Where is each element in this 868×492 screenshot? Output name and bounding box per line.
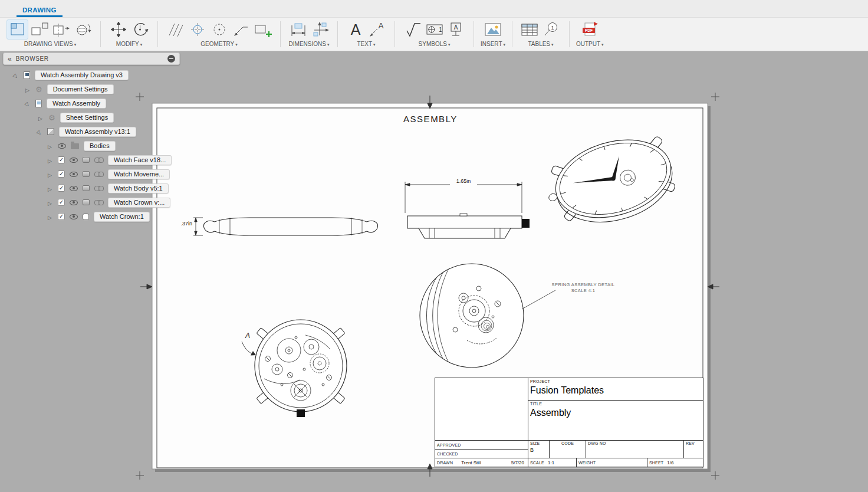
circle-button[interactable]: [208, 19, 230, 40]
browser-item-label[interactable]: Watch Assembly Drawing v3: [35, 70, 129, 80]
browser-row-watch-assembly[interactable]: Watch Assembly: [3, 98, 180, 109]
expand-open-icon[interactable]: [24, 99, 31, 108]
text-button[interactable]: A: [344, 19, 366, 40]
table-button[interactable]: [519, 19, 541, 40]
part-icon: [83, 214, 89, 220]
expand-open-icon[interactable]: [36, 127, 42, 136]
output-pdf-button[interactable]: PDF: [579, 19, 601, 40]
browser-row-watch-crown[interactable]: Watch Crown:1: [3, 211, 180, 222]
browser-item-label[interactable]: Bodies: [84, 141, 116, 151]
browser-item-label[interactable]: Watch Body v5:1: [108, 183, 169, 193]
expand-closed-icon[interactable]: [47, 155, 53, 165]
visibility-eye-icon[interactable]: [70, 214, 78, 219]
expand-closed-icon[interactable]: [47, 169, 53, 179]
checkbox-checked-icon[interactable]: [58, 156, 65, 163]
section-view-button[interactable]: [50, 19, 72, 40]
surface-texture-button[interactable]: [402, 19, 423, 40]
drawn-name: Trent Still: [461, 460, 481, 465]
center-mark-button[interactable]: [186, 19, 208, 40]
expand-closed-icon[interactable]: [24, 84, 31, 94]
tab-drawing[interactable]: DRAWING: [17, 3, 63, 17]
browser-row-document-settings[interactable]: Document Settings: [3, 84, 180, 94]
browser-row-assembly-component[interactable]: Watch Assembly v13:1: [3, 126, 180, 137]
detail-view-circle[interactable]: [420, 264, 524, 368]
detail-note-line2: SCALE 4:1: [571, 288, 596, 293]
toolbar-group-label[interactable]: OUTPUT: [576, 41, 604, 47]
sketch-button[interactable]: [252, 19, 274, 40]
expand-closed-icon[interactable]: [37, 113, 44, 122]
title-block-logo-area: [435, 378, 528, 440]
browser-item-label[interactable]: Sheet Settings: [60, 113, 114, 123]
base-view-button[interactable]: [6, 19, 28, 40]
checkbox-checked-icon[interactable]: [58, 213, 65, 220]
projected-view-icon: [29, 21, 50, 38]
browser-row-sheet-settings[interactable]: Sheet Settings: [3, 112, 180, 123]
detail-view-icon: [73, 21, 93, 38]
toolbar-separator: [569, 21, 570, 47]
dimension-button[interactable]: [287, 19, 309, 40]
centerline-button[interactable]: [165, 19, 186, 40]
projected-view-button[interactable]: [28, 19, 50, 40]
checkbox-checked-icon[interactable]: [58, 185, 65, 192]
leader-text-icon: A: [367, 21, 387, 38]
toolbar-group-label[interactable]: GEOMETRY: [200, 41, 238, 47]
expand-closed-icon[interactable]: [47, 198, 53, 207]
minimize-panel-icon[interactable]: [167, 55, 175, 63]
scale-value: 1:1: [548, 460, 554, 465]
ordinate-dimension-button[interactable]: [309, 19, 331, 40]
collapse-panel-icon[interactable]: «: [8, 55, 12, 63]
toolbar-group-tables: 1 TABLES: [515, 18, 567, 51]
toolbar-group-label[interactable]: MODIFY: [116, 41, 142, 47]
toolbar-group-label[interactable]: TEXT: [357, 41, 375, 47]
browser-header[interactable]: « BROWSER: [3, 53, 180, 65]
leader-text-button[interactable]: A: [366, 19, 388, 40]
checkbox-checked-icon[interactable]: [58, 170, 65, 178]
feature-control-frame-button[interactable]: A: [445, 19, 467, 40]
toolbar-group-label[interactable]: SYMBOLS: [419, 41, 451, 47]
browser-row-root[interactable]: Watch Assembly Drawing v3: [3, 70, 180, 80]
toolbar-group-text: A A TEXT: [340, 18, 392, 51]
toolbar-group-label[interactable]: INSERT: [481, 41, 505, 47]
gear-icon: [35, 86, 42, 93]
browser-row-watch-face[interactable]: Watch Face v18...: [3, 155, 180, 165]
detail-view-button[interactable]: [72, 19, 94, 40]
insert-image-button[interactable]: [482, 19, 504, 40]
feature-control-frame-icon: A: [446, 21, 466, 38]
browser-item-label[interactable]: Document Settings: [47, 84, 114, 94]
toolbar-group-label[interactable]: TABLES: [528, 41, 553, 47]
visibility-eye-icon[interactable]: [70, 158, 78, 163]
browser-item-label[interactable]: Watch Crown:1: [94, 212, 150, 222]
browser-item-label[interactable]: Watch Assembly: [47, 99, 106, 109]
browser-item-label[interactable]: Watch Crown v:...: [108, 198, 170, 208]
detail-callout-label: A: [245, 332, 250, 340]
visibility-eye-icon[interactable]: [58, 143, 66, 149]
expand-closed-icon[interactable]: [47, 212, 53, 221]
expand-open-icon[interactable]: [12, 70, 19, 80]
browser-item-label[interactable]: Watch Moveme...: [108, 169, 170, 179]
expand-closed-icon[interactable]: [47, 141, 53, 150]
visibility-eye-icon[interactable]: [70, 172, 78, 177]
browser-row-watch-crown-v[interactable]: Watch Crown v:...: [3, 197, 180, 208]
drawing-canvas[interactable]: ASSEMBLY .37in: [0, 51, 868, 492]
visibility-eye-icon[interactable]: [70, 200, 78, 205]
browser-row-watch-body[interactable]: Watch Body v5:1: [3, 183, 180, 193]
browser-panel: « BROWSER Watch Assembly Drawing v3 Docu…: [3, 53, 180, 222]
rotate-button[interactable]: [129, 19, 151, 40]
browser-row-watch-movement[interactable]: Watch Moveme...: [3, 169, 180, 179]
visibility-eye-icon[interactable]: [70, 186, 78, 191]
toolbar-separator: [337, 21, 338, 47]
expand-closed-icon[interactable]: [47, 183, 53, 193]
ordinate-dimension-icon: [310, 21, 330, 38]
balloon-button[interactable]: 1: [541, 19, 563, 40]
approved-row: APPROVED: [435, 440, 528, 449]
browser-item-label[interactable]: Watch Face v18...: [108, 155, 172, 165]
browser-item-label[interactable]: Watch Assembly v13:1: [59, 127, 136, 137]
toolbar-group-label[interactable]: DRAWING VIEWS: [24, 41, 76, 47]
checkbox-checked-icon[interactable]: [58, 199, 65, 206]
move-button[interactable]: [107, 19, 129, 40]
leader-button[interactable]: [230, 19, 252, 40]
datum-identifier-button[interactable]: 1: [423, 19, 445, 40]
browser-row-bodies[interactable]: Bodies: [3, 140, 180, 151]
browser-title: BROWSER: [16, 55, 163, 62]
toolbar-group-label[interactable]: DIMENSIONS: [289, 41, 330, 47]
